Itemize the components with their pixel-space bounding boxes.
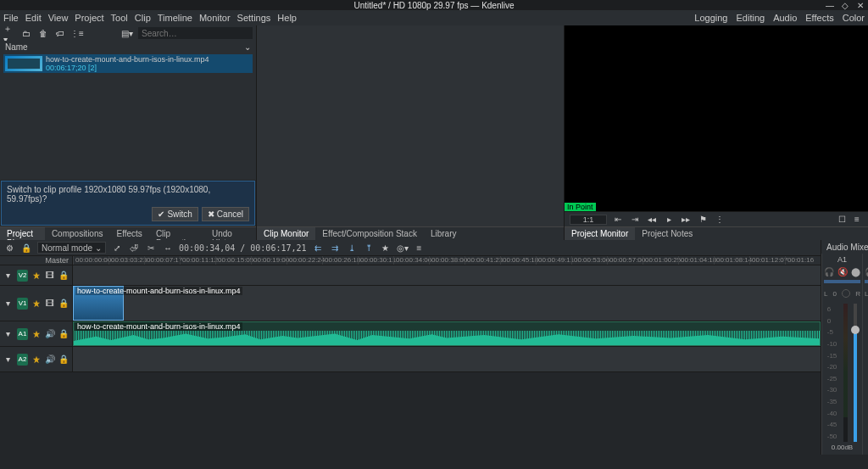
tag-icon[interactable]: 🏷 [54, 27, 66, 39]
balance-slider[interactable] [865, 280, 868, 283]
tab-clip-properties[interactable]: Clip Properties [149, 227, 205, 240]
expand-icon[interactable]: ▾ [3, 299, 14, 309]
lock-icon[interactable]: 🔒 [58, 271, 69, 281]
menu-clip[interactable]: Clip [135, 13, 151, 23]
mute-icon[interactable]: 🔊 [45, 355, 55, 365]
menu-view[interactable]: View [48, 13, 69, 23]
balance-slider[interactable] [824, 280, 860, 283]
star-icon[interactable] [31, 271, 42, 281]
view-cards-icon[interactable]: ▤▾ [121, 27, 133, 39]
headphone-icon[interactable]: 🎧 [865, 267, 868, 276]
track-a1-tag[interactable]: A1 [17, 328, 29, 340]
layout-color[interactable]: Color [843, 13, 865, 23]
lift-icon[interactable]: ⤒ [363, 242, 375, 254]
track-menu-icon[interactable]: ≡ [414, 242, 426, 254]
mute-icon[interactable]: 🔇 [837, 267, 848, 276]
layout-effects[interactable]: Effects [805, 13, 833, 23]
tab-clip-monitor[interactable]: Clip Monitor [257, 227, 315, 240]
star-icon[interactable] [31, 329, 42, 339]
track-v2-tag[interactable]: V2 [17, 270, 29, 282]
folder-icon[interactable]: 🗀 [20, 27, 32, 39]
layout-audio[interactable]: Audio [773, 13, 797, 23]
mute-icon[interactable]: 🔊 [45, 329, 55, 339]
layout-editing[interactable]: Editing [736, 13, 765, 23]
track-a1-body[interactable]: how-to-create-mount-and-burn-isos-in-lin… [73, 321, 821, 346]
track-v2-body[interactable] [73, 265, 821, 285]
mute-icon[interactable]: 🎞 [45, 271, 55, 281]
track-a2-body[interactable] [73, 347, 821, 371]
menu-timeline[interactable]: Timeline [158, 13, 192, 23]
lock-icon[interactable]: 🔒 [58, 329, 69, 339]
headphone-icon[interactable]: 🎧 [824, 267, 834, 276]
filter-icon[interactable]: ⋮≡ [71, 27, 83, 39]
zone-end-icon[interactable]: ⇥ [629, 214, 641, 226]
bin-search-input[interactable] [138, 27, 253, 39]
expand-icon[interactable]: ▾ [3, 271, 14, 281]
tab-project-monitor[interactable]: Project Monitor [565, 227, 635, 240]
bin-clip-row[interactable]: how-to-create-mount-and-burn-isos-in-lin… [3, 54, 253, 73]
tab-project-bin[interactable]: Project Bin [0, 227, 45, 240]
master-track-head[interactable]: Master [0, 256, 73, 265]
edit-mode-select[interactable]: Normal mode ⌄ [37, 242, 106, 254]
cut-tool-icon[interactable]: ✂ [145, 242, 157, 254]
tab-project-notes[interactable]: Project Notes [635, 227, 699, 240]
monitor-options-icon[interactable]: ≡ [851, 214, 863, 226]
favorite-icon[interactable]: ★ [380, 242, 392, 254]
menu-tool[interactable]: Tool [111, 13, 128, 23]
timeline-ruler[interactable]: 00:00:00:0000:03:03:2300:00:07:1700:00:1… [73, 256, 821, 265]
star-icon[interactable] [31, 299, 42, 309]
menu-file[interactable]: File [3, 13, 19, 23]
fast-forward-icon[interactable]: ▸▸ [680, 214, 692, 226]
tab-undo-history[interactable]: Undo History [205, 227, 256, 240]
project-monitor[interactable]: In Point [565, 25, 868, 211]
delete-icon[interactable]: 🗑 [37, 27, 49, 39]
expand-icon[interactable]: ▾ [3, 329, 14, 339]
expand-icon[interactable]: ▾ [3, 355, 14, 365]
lock-icon[interactable]: 🔒 [58, 299, 69, 309]
tab-effect-stack[interactable]: Effect/Composition Stack [315, 227, 424, 240]
switch-button[interactable]: ✔ Switch [152, 207, 198, 221]
zone-out-icon[interactable]: ⇉ [329, 242, 341, 254]
lock-all-icon[interactable]: 🔒 [20, 242, 32, 254]
timeline-clip-audio[interactable]: how-to-create-mount-and-burn-isos-in-lin… [73, 321, 821, 346]
zone-start-icon[interactable]: ⇤ [612, 214, 624, 226]
diag-tool-icon[interactable]: ⤢ [111, 242, 123, 254]
more-icon[interactable]: ⋮ [714, 214, 726, 226]
rewind-icon[interactable]: ◂◂ [646, 214, 658, 226]
spacer-tool-icon[interactable]: ↔ [162, 242, 174, 254]
settings-icon[interactable]: ⚙ [3, 242, 15, 254]
track-v1-tag[interactable]: V1 [17, 298, 29, 310]
menu-project[interactable]: Project [75, 13, 103, 23]
menu-edit[interactable]: Edit [25, 13, 42, 23]
minimize-button[interactable]: — [826, 1, 834, 9]
close-button[interactable]: ✕ [856, 1, 865, 9]
track-a2-tag[interactable]: A2 [17, 354, 29, 366]
volume-fader[interactable] [854, 304, 857, 442]
play-icon[interactable]: ▸ [663, 214, 675, 226]
chevron-down-icon[interactable]: ⌄ [244, 42, 251, 52]
add-clip-icon[interactable]: ＋▾ [3, 27, 15, 39]
preview-render-icon[interactable]: ◎▾ [397, 242, 409, 254]
monitor-scale[interactable]: 1:1 [570, 215, 607, 225]
mute-icon[interactable]: 🎞 [45, 299, 55, 309]
marker-icon[interactable]: ⚑ [697, 214, 709, 226]
edit-mode-icon[interactable]: ☐ [836, 214, 848, 226]
tab-compositions[interactable]: Compositions [45, 227, 110, 240]
layout-logging[interactable]: Logging [694, 13, 727, 23]
lock-icon[interactable]: 🔒 [58, 355, 69, 365]
track-v1-body[interactable]: how-to-create-mount-and-burn-isos-in-lin… [73, 286, 821, 321]
timeline-clip-video[interactable]: how-to-create-mount-and-burn-isos-in-lin… [73, 286, 124, 321]
menu-help[interactable]: Help [277, 13, 297, 23]
star-icon[interactable] [31, 355, 42, 365]
zone-in-icon[interactable]: ⇇ [312, 242, 324, 254]
menu-monitor[interactable]: Monitor [199, 13, 231, 23]
cancel-button[interactable]: ✖ Cancel [202, 207, 249, 221]
tab-effects[interactable]: Effects [109, 227, 148, 240]
tab-library[interactable]: Library [424, 227, 464, 240]
select-tool-icon[interactable]: ⮰ [128, 242, 140, 254]
overwrite-insert-icon[interactable]: ⤓ [346, 242, 358, 254]
record-icon[interactable]: ⬤ [851, 267, 860, 276]
menu-settings[interactable]: Settings [237, 13, 271, 23]
maximize-button[interactable]: ◇ [841, 1, 849, 9]
pan-knob[interactable] [842, 289, 850, 298]
